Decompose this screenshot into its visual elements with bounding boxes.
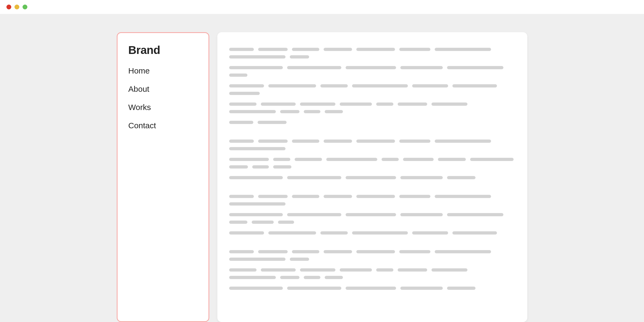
- placeholder-segment: [400, 213, 443, 216]
- page-body: Brand Home About Works Contact: [0, 14, 644, 322]
- placeholder-segment: [356, 140, 395, 143]
- placeholder-segment: [229, 74, 247, 77]
- placeholder-segment: [229, 221, 247, 224]
- placeholder-paragraph: [229, 48, 515, 124]
- placeholder-segment: [287, 213, 341, 216]
- placeholder-segment: [340, 103, 372, 106]
- placeholder-segment: [326, 158, 377, 161]
- placeholder-segment: [452, 84, 497, 87]
- placeholder-segment: [399, 195, 430, 198]
- app-window: Brand Home About Works Contact: [0, 0, 644, 322]
- nav-item-home[interactable]: Home: [128, 66, 198, 75]
- placeholder-segment: [324, 250, 352, 253]
- placeholder-segment: [304, 110, 320, 113]
- placeholder-segment: [292, 48, 319, 51]
- placeholder-segment: [290, 258, 309, 261]
- placeholder-segment: [356, 48, 395, 51]
- placeholder-line: [229, 176, 515, 179]
- placeholder-segment: [382, 158, 399, 161]
- placeholder-segment: [399, 140, 430, 143]
- placeholder-segment: [431, 103, 467, 106]
- placeholder-segment: [229, 231, 264, 235]
- placeholder-segment: [258, 121, 287, 124]
- placeholder-segment: [320, 231, 348, 235]
- placeholder-segment: [229, 66, 283, 69]
- placeholder-segment: [400, 66, 443, 69]
- placeholder-segment: [431, 268, 467, 272]
- placeholder-segment: [229, 84, 264, 87]
- main-content: [217, 32, 527, 322]
- window-zoom-button[interactable]: [23, 5, 27, 9]
- placeholder-segment: [447, 287, 475, 290]
- placeholder-paragraph: [229, 195, 515, 235]
- window-close-button[interactable]: [6, 5, 11, 9]
- placeholder-segment: [258, 140, 288, 143]
- placeholder-segment: [229, 110, 276, 113]
- nav-list: Home About Works Contact: [128, 66, 198, 130]
- placeholder-segment: [412, 84, 448, 87]
- placeholder-segment: [229, 55, 286, 58]
- placeholder-segment: [346, 176, 396, 179]
- placeholder-segment: [229, 250, 254, 253]
- placeholder-segment: [229, 276, 276, 279]
- placeholder-segment: [346, 287, 396, 290]
- placeholder-segment: [273, 165, 291, 169]
- placeholder-segment: [229, 202, 286, 206]
- placeholder-segment: [399, 250, 430, 253]
- placeholder-segment: [295, 158, 322, 161]
- window-titlebar: [0, 0, 644, 14]
- placeholder-segment: [292, 140, 319, 143]
- placeholder-line: [229, 231, 515, 235]
- placeholder-segment: [290, 55, 309, 58]
- placeholder-segment: [278, 221, 294, 224]
- placeholder-segment: [352, 231, 408, 235]
- placeholder-segment: [261, 268, 296, 272]
- placeholder-segment: [287, 176, 341, 179]
- nav-item-contact[interactable]: Contact: [128, 121, 198, 130]
- placeholder-segment: [252, 165, 269, 169]
- placeholder-segment: [447, 176, 475, 179]
- nav-item-about[interactable]: About: [128, 85, 198, 94]
- placeholder-segment: [229, 258, 286, 261]
- placeholder-segment: [280, 276, 299, 279]
- placeholder-segment: [435, 140, 491, 143]
- placeholder-segment: [398, 103, 427, 106]
- placeholder-segment: [447, 66, 503, 69]
- page-layout: Brand Home About Works Contact: [117, 32, 527, 322]
- placeholder-segment: [452, 231, 497, 235]
- placeholder-segment: [435, 250, 491, 253]
- placeholder-line: [229, 287, 515, 290]
- window-minimize-button[interactable]: [14, 5, 19, 9]
- placeholder-segment: [229, 287, 283, 290]
- placeholder-paragraph: [229, 250, 515, 290]
- placeholder-line: [229, 140, 515, 150]
- placeholder-line: [229, 48, 515, 58]
- placeholder-segment: [229, 195, 254, 198]
- placeholder-segment: [273, 158, 290, 161]
- nav-item-works[interactable]: Works: [128, 103, 198, 112]
- placeholder-segment: [268, 84, 316, 87]
- placeholder-segment: [229, 48, 254, 51]
- placeholder-segment: [356, 250, 395, 253]
- placeholder-segment: [399, 48, 430, 51]
- placeholder-segment: [346, 213, 396, 216]
- placeholder-segment: [229, 121, 253, 124]
- placeholder-segment: [280, 110, 299, 113]
- brand-logo[interactable]: Brand: [128, 44, 198, 57]
- placeholder-segment: [470, 158, 514, 161]
- placeholder-segment: [287, 287, 341, 290]
- placeholder-segment: [403, 158, 434, 161]
- placeholder-segment: [287, 66, 341, 69]
- placeholder-segment: [435, 195, 491, 198]
- placeholder-segment: [229, 268, 257, 272]
- placeholder-segment: [229, 92, 260, 95]
- placeholder-segment: [229, 103, 257, 106]
- placeholder-segment: [324, 195, 352, 198]
- placeholder-paragraph: [229, 140, 515, 179]
- placeholder-segment: [324, 48, 352, 51]
- placeholder-segment: [400, 287, 443, 290]
- placeholder-segment: [412, 231, 448, 235]
- placeholder-segment: [229, 158, 269, 161]
- placeholder-segment: [325, 276, 343, 279]
- placeholder-line: [229, 158, 515, 169]
